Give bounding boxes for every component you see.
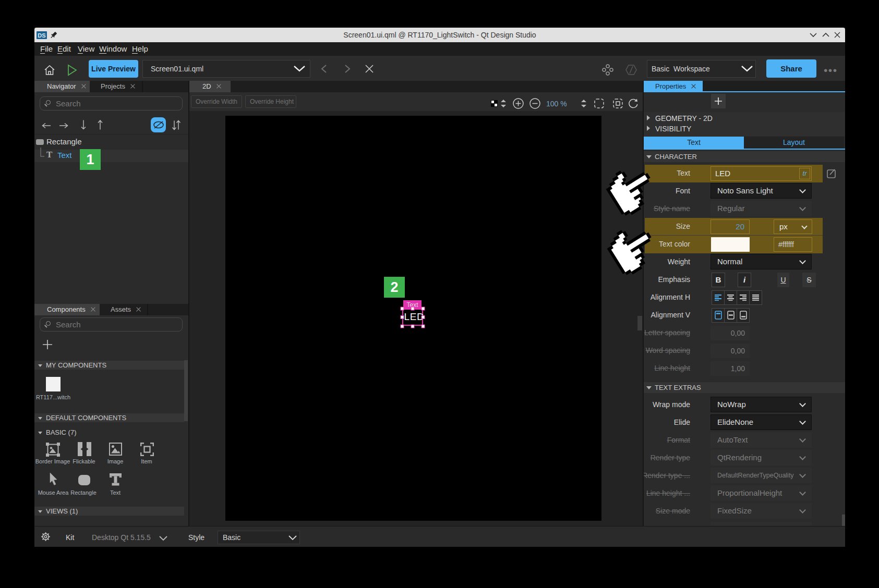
svg-text:DS: DS [38,32,45,39]
